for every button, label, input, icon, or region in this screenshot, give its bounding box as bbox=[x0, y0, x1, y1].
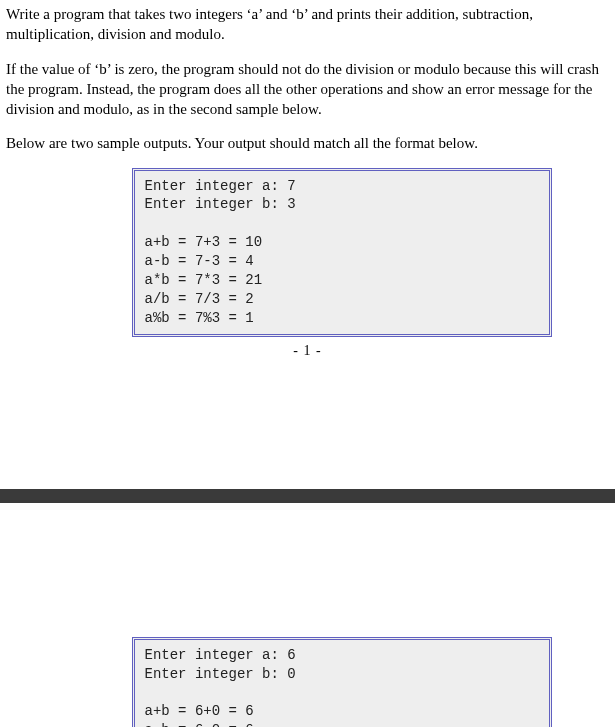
code-line: a%b = 7%3 = 1 bbox=[145, 310, 254, 326]
sample-output-1-container: Enter integer a: 7 Enter integer b: 3 a+… bbox=[6, 168, 609, 337]
sample-output-2: Enter integer a: 6 Enter integer b: 0 a+… bbox=[132, 637, 552, 727]
code-line: a/b = 7/3 = 2 bbox=[145, 291, 254, 307]
code-line: Enter integer b: 0 bbox=[145, 666, 296, 682]
code-line: a-b = 6-0 = 6 bbox=[145, 722, 254, 727]
sample-output-2-container: Enter integer a: 6 Enter integer b: 0 a+… bbox=[6, 637, 609, 727]
code-line: Enter integer a: 7 bbox=[145, 178, 296, 194]
page-number: - 1 - bbox=[6, 343, 609, 359]
code-line: a-b = 7-3 = 4 bbox=[145, 253, 254, 269]
code-line: Enter integer b: 3 bbox=[145, 196, 296, 212]
page-separator bbox=[0, 489, 615, 503]
code-line: a+b = 6+0 = 6 bbox=[145, 703, 254, 719]
sample-output-1: Enter integer a: 7 Enter integer b: 3 a+… bbox=[132, 168, 552, 337]
code-line: a*b = 7*3 = 21 bbox=[145, 272, 263, 288]
code-line: a+b = 7+3 = 10 bbox=[145, 234, 263, 250]
intro-paragraph-2: If the value of ‘b’ is zero, the program… bbox=[6, 59, 609, 120]
intro-paragraph-3: Below are two sample outputs. Your outpu… bbox=[6, 133, 609, 153]
code-line: Enter integer a: 6 bbox=[145, 647, 296, 663]
page-gap-top bbox=[6, 359, 609, 489]
page-gap-bottom bbox=[6, 503, 609, 633]
intro-paragraph-1: Write a program that takes two integers … bbox=[6, 4, 609, 45]
